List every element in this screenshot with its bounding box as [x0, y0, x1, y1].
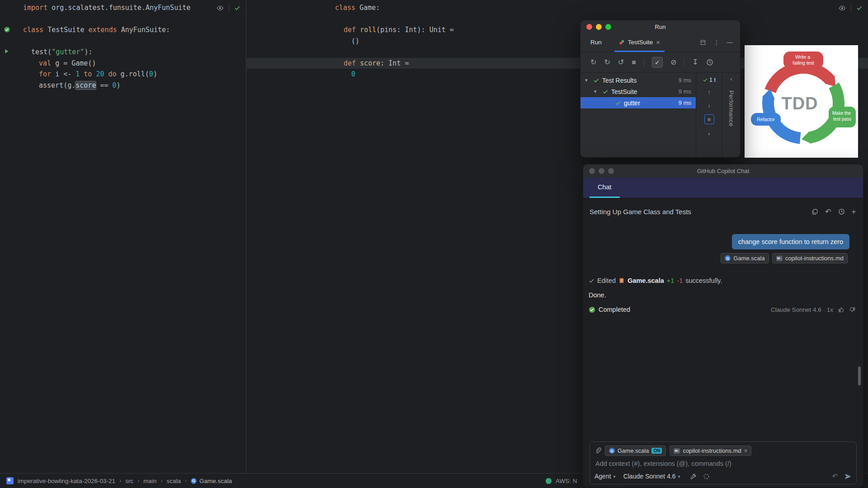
- window-title: GitHub Copilot Chat: [697, 168, 750, 174]
- completed-row: Completed Claude Sonnet 4.6 · 1x: [589, 306, 856, 313]
- scala-class-icon: G: [609, 448, 615, 454]
- run-window-title-bar[interactable]: Run: [580, 20, 740, 33]
- copilot-tab-bar: Chat: [583, 178, 863, 198]
- run-window[interactable]: Run Run TestSuite × ⋮ — ↻ ↻ ↺ ■ ✓ ⊘ ↧: [580, 20, 741, 158]
- next-failed-test-icon[interactable]: ↓: [708, 102, 711, 108]
- sort-tests-button[interactable]: ≡: [704, 114, 714, 124]
- inspection-widget[interactable]: [839, 5, 863, 12]
- breadcrumb-label: src: [125, 478, 133, 484]
- tab-performance[interactable]: Performance: [728, 90, 735, 127]
- minimize-button[interactable]: [596, 24, 602, 30]
- attachment-label: Game.scala: [733, 255, 764, 262]
- breadcrumb-item[interactable]: src: [125, 478, 133, 484]
- aws-status-widget[interactable]: AWS: N: [545, 478, 577, 484]
- zoom-button[interactable]: [605, 24, 611, 30]
- send-icon[interactable]: [844, 473, 852, 480]
- chat-input-panel: GGame.scalaONM↓copilot-instructions.md× …: [590, 441, 857, 484]
- chevron-down-icon[interactable]: ▾: [585, 77, 590, 83]
- test-tree-row[interactable]: gutter9 ms: [580, 97, 696, 108]
- scrollbar-thumb[interactable]: [858, 366, 861, 385]
- code-area[interactable]: import org.scalatest.funsuite.AnyFunSuit…: [0, 0, 246, 91]
- reader-mode-eye-icon[interactable]: [217, 5, 224, 12]
- history-icon[interactable]: [706, 59, 713, 66]
- test-results-tree[interactable]: ▾Test Results9 ms▾TestSuite9 msgutter9 m…: [580, 73, 696, 157]
- model-dropdown[interactable]: Claude Sonnet 4.6 ▾: [623, 473, 680, 480]
- breadcrumb-item[interactable]: main: [143, 478, 156, 484]
- diff-added: +1: [667, 277, 675, 284]
- test-tree-row[interactable]: ▾TestSuite9 ms: [580, 86, 696, 97]
- attachment-chip[interactable]: M↓copilot-instructions.md×: [670, 446, 751, 456]
- breadcrumb-item[interactable]: imperative-bowling-kata-2026-03-21: [18, 478, 115, 484]
- test-status-panel: 1 t ↑ ↓ ≡ ›: [696, 73, 722, 157]
- test-tree-row[interactable]: ▾Test Results9 ms: [580, 75, 696, 86]
- aws-icon: [545, 478, 552, 484]
- no-problems-check-icon[interactable]: [234, 5, 241, 11]
- inspection-widget[interactable]: [217, 5, 241, 12]
- code-line: assert(g.score == 0): [0, 80, 246, 91]
- rerun-failed-tests-icon[interactable]: ↻: [604, 58, 610, 66]
- redo-icon[interactable]: ↶: [832, 472, 838, 480]
- tools-icon[interactable]: [690, 473, 697, 480]
- tdd-center-text: TDD: [781, 94, 818, 113]
- attachment-chip[interactable]: GGame.scala: [721, 253, 769, 263]
- new-chat-icon[interactable]: +: [852, 208, 856, 216]
- collapse-all-icon[interactable]: ↧: [692, 58, 698, 66]
- more-options-icon[interactable]: ⋮: [713, 39, 720, 46]
- thread-title: Setting Up Game Class and Tests: [590, 208, 691, 216]
- copy-thread-icon[interactable]: [811, 208, 818, 215]
- previous-failed-test-icon[interactable]: ↑: [708, 89, 711, 96]
- edited-label: Edited: [597, 277, 616, 284]
- collapse-panel-icon[interactable]: ‹: [730, 75, 732, 82]
- test-passed-gutter-icon[interactable]: [4, 26, 10, 33]
- chevron-down-icon: ▾: [678, 474, 680, 479]
- attachment-chip[interactable]: M↓copilot-instructions.md: [772, 253, 848, 263]
- show-passed-toggle[interactable]: ✓: [652, 57, 663, 68]
- agent-mode-dropdown[interactable]: Agent ▾: [594, 473, 616, 480]
- edited-suffix: successfully.: [685, 277, 722, 284]
- breadcrumb-item[interactable]: scala: [166, 478, 181, 484]
- float-mode-icon[interactable]: [700, 39, 706, 46]
- thumbs-down-icon[interactable]: [849, 306, 856, 313]
- test-icon: [619, 39, 625, 45]
- rerun-tests-icon[interactable]: ↻: [590, 58, 596, 66]
- model-usage-info: Claude Sonnet 4.6 · 1x: [771, 306, 833, 313]
- show-ignored-icon[interactable]: ⊘: [670, 58, 676, 66]
- tab-testsuite[interactable]: TestSuite ×: [614, 33, 665, 52]
- copilot-title-bar[interactable]: GitHub Copilot Chat: [583, 164, 863, 178]
- scala-class-icon: G: [191, 478, 197, 484]
- run-test-gutter-icon[interactable]: [4, 48, 10, 55]
- window-title: Run: [655, 23, 666, 30]
- attachment-chip[interactable]: GGame.scalaON: [605, 446, 666, 456]
- undo-icon[interactable]: ↶: [825, 207, 831, 216]
- attach-context-icon[interactable]: [594, 447, 601, 454]
- hide-tool-window-icon[interactable]: —: [727, 39, 733, 46]
- close-button[interactable]: [586, 24, 592, 30]
- toggle-auto-test-icon[interactable]: ↺: [618, 58, 624, 66]
- chevron-down-icon: ▾: [613, 474, 616, 479]
- breadcrumb-label: imperative-bowling-kata-2026-03-21: [18, 478, 115, 484]
- close-icon[interactable]: ×: [656, 38, 660, 46]
- passed-count: 1 t: [709, 76, 716, 83]
- no-problems-check-icon[interactable]: [856, 5, 863, 11]
- chat-input[interactable]: [594, 460, 852, 468]
- copilot-chat-window[interactable]: GitHub Copilot Chat Chat Setting Up Game…: [583, 164, 863, 488]
- history-icon[interactable]: [838, 208, 845, 215]
- editor-pane-testsuite[interactable]: import org.scalatest.funsuite.AnyFunSuit…: [0, 0, 246, 473]
- chevron-down-icon[interactable]: ▾: [594, 89, 599, 94]
- usage-quota-icon[interactable]: [703, 473, 710, 480]
- thumbs-up-icon[interactable]: [838, 306, 844, 313]
- tab-chat[interactable]: Chat: [590, 178, 620, 198]
- zoom-button[interactable]: [608, 168, 614, 174]
- reader-mode-eye-icon[interactable]: [839, 5, 846, 12]
- navigate-next-icon[interactable]: ›: [708, 130, 710, 137]
- edited-file-name[interactable]: Game.scala: [627, 277, 664, 284]
- tab-label: TestSuite: [628, 39, 653, 46]
- breadcrumb-separator: ›: [160, 478, 162, 484]
- close-button[interactable]: [589, 168, 595, 174]
- edit-result-row: Edited Game.scala +1 -1 successfully.: [589, 277, 863, 284]
- close-icon[interactable]: ×: [744, 447, 748, 454]
- stop-icon[interactable]: ■: [632, 58, 636, 66]
- minimize-button[interactable]: [599, 168, 604, 174]
- breadcrumb-item[interactable]: GGame.scala: [191, 478, 232, 484]
- breadcrumb-separator: ›: [185, 478, 187, 484]
